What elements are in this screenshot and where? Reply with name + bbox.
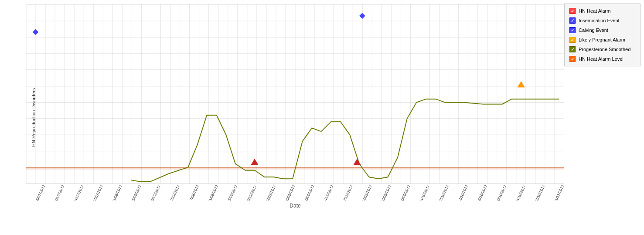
svg-text:10/09/2017: 10/09/2017 <box>303 184 315 200</box>
x-axis-label: Date <box>26 200 564 209</box>
chart-container: HN Reproduction Disorders <box>0 0 644 235</box>
svg-text:04/10/2017: 04/10/2017 <box>419 184 431 200</box>
svg-text:14/09/2017: 14/09/2017 <box>322 184 334 200</box>
legend-item-hn-heat-alarm[interactable]: ✓ HN Heat Alarm <box>569 7 636 14</box>
svg-text:13/08/2017: 13/08/2017 <box>169 184 181 200</box>
svg-text:17/08/2017: 17/08/2017 <box>188 184 200 200</box>
svg-text:24/10/2017: 24/10/2017 <box>515 184 527 200</box>
svg-text:16/10/2017: 16/10/2017 <box>476 184 488 200</box>
main-chart-svg: 0 5 10 15 20 25 30 35 40 45 50 55 12/07/… <box>26 4 564 200</box>
svg-text:05/08/2017: 05/08/2017 <box>130 184 143 200</box>
svg-text:16/07/2017: 16/07/2017 <box>34 184 46 200</box>
svg-text:09/08/2017: 09/08/2017 <box>150 184 162 200</box>
checkbox-likely-pregnant[interactable]: ✓ <box>569 37 576 43</box>
checkbox-hn-heat-alarm-level[interactable]: ✓ <box>569 56 576 62</box>
legend-label-progesterone-smoothed: Progesterone Smoothed <box>579 47 630 52</box>
svg-text:28/07/2017: 28/07/2017 <box>92 184 104 200</box>
svg-text:21/08/2017: 21/08/2017 <box>207 184 219 200</box>
legend: ✓ HN Heat Alarm ✓ Insemination Event ✓ C… <box>564 3 641 66</box>
svg-text:20/07/2017: 20/07/2017 <box>53 184 65 200</box>
svg-text:01/11/2017: 01/11/2017 <box>553 184 564 200</box>
svg-text:25/08/2017: 25/08/2017 <box>226 184 239 200</box>
checkbox-calving-event[interactable]: ✓ <box>569 27 576 33</box>
chart-area: HN Reproduction Disorders <box>0 0 564 235</box>
svg-text:24/07/2017: 24/07/2017 <box>72 184 85 200</box>
legend-label-hn-heat-alarm: HN Heat Alarm <box>579 8 610 14</box>
legend-label-insemination-event: Insemination Event <box>579 18 620 23</box>
y-axis-label: HN Reproduction Disorders <box>31 88 36 147</box>
svg-text:29/08/2017: 29/08/2017 <box>245 184 258 200</box>
svg-text:01/08/2017: 01/08/2017 <box>111 184 123 200</box>
checkbox-insemination-event[interactable]: ✓ <box>569 17 576 24</box>
legend-item-hn-heat-alarm-level[interactable]: ✓ HN Heat Alarm Level <box>569 55 636 62</box>
checkbox-hn-heat-alarm[interactable]: ✓ <box>569 8 576 14</box>
legend-item-progesterone-smoothed[interactable]: ✓ Progesterone Smoothed <box>569 46 636 53</box>
legend-item-calving-event[interactable]: ✓ Calving Event <box>569 27 636 34</box>
svg-text:02/09/2017: 02/09/2017 <box>265 184 277 200</box>
legend-label-likely-pregnant: Likely Pregnant Alarm <box>579 37 625 42</box>
svg-text:26/09/2017: 26/09/2017 <box>380 184 392 200</box>
svg-text:28/10/2017: 28/10/2017 <box>534 184 546 200</box>
svg-text:20/10/2017: 20/10/2017 <box>495 184 508 200</box>
svg-text:08/10/2017: 08/10/2017 <box>438 184 450 200</box>
legend-label-calving-event: Calving Event <box>579 28 608 33</box>
legend-icon-hn-heat-alarm: ✓ <box>569 7 576 14</box>
svg-text:30/09/2017: 30/09/2017 <box>399 184 412 200</box>
legend-item-likely-pregnant[interactable]: ✓ Likely Pregnant Alarm <box>569 36 636 43</box>
svg-text:18/09/2017: 18/09/2017 <box>341 184 354 200</box>
legend-icon-calving-event: ✓ <box>569 27 576 34</box>
legend-icon-progesterone-smoothed: ✓ <box>569 46 576 53</box>
legend-icon-likely-pregnant: ✓ <box>569 36 576 43</box>
svg-text:12/07/2017: 12/07/2017 <box>26 184 27 200</box>
legend-label-hn-heat-alarm-level: HN Heat Alarm Level <box>579 56 624 62</box>
legend-icon-insemination-event: ✓ <box>569 17 576 24</box>
legend-icon-hn-heat-alarm-level: ✓ <box>569 55 576 62</box>
legend-item-insemination-event[interactable]: ✓ Insemination Event <box>569 17 636 24</box>
svg-text:22/09/2017: 22/09/2017 <box>361 184 373 200</box>
svg-text:06/09/2017: 06/09/2017 <box>284 184 296 200</box>
svg-text:12/10/2017: 12/10/2017 <box>457 184 469 200</box>
checkbox-progesterone-smoothed[interactable]: ✓ <box>569 46 576 52</box>
